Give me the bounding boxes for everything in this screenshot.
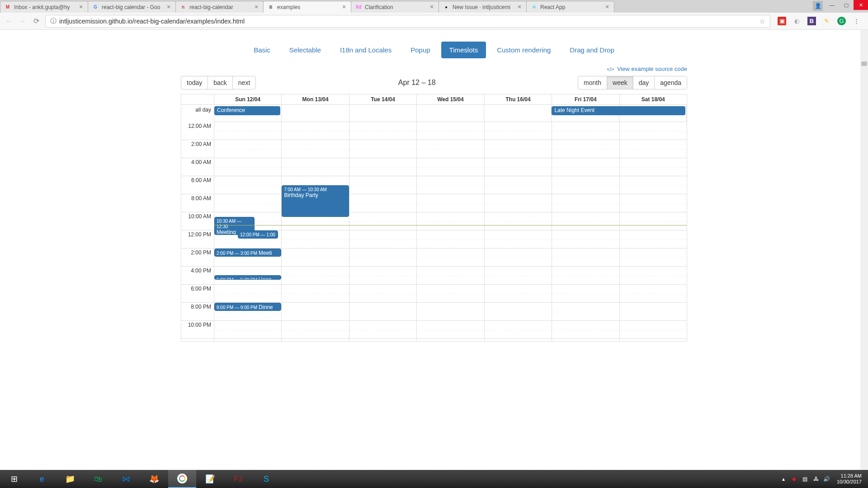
browser-tab[interactable]: nreact-big-calendar× bbox=[175, 1, 264, 13]
day-header: Fri 17/04 bbox=[552, 94, 619, 105]
taskbar-app-button[interactable]: Fz bbox=[224, 470, 252, 488]
chrome-menu-icon[interactable]: ⋮ bbox=[852, 17, 861, 25]
tab-title: New Issue · intljusticemi bbox=[453, 4, 516, 10]
site-info-icon[interactable]: ⓘ bbox=[50, 17, 57, 25]
url-text: intljusticemission.github.io/react-big-c… bbox=[59, 18, 245, 25]
allday-cell[interactable] bbox=[417, 105, 484, 122]
chrome-user-icon[interactable]: 👤 bbox=[813, 1, 823, 11]
tab-close-icon[interactable]: × bbox=[516, 4, 523, 10]
browser-tab[interactable]: XdClarification× bbox=[351, 1, 439, 13]
extension-icon[interactable]: B bbox=[807, 17, 816, 25]
tray-volume-icon[interactable]: 🔊 bbox=[823, 475, 830, 483]
extension-icons: ▣ ◐ B ✎ G ⋮ bbox=[775, 17, 863, 25]
taskbar-app-button[interactable]: 📝 bbox=[196, 470, 224, 488]
time-slot-label: 4:00 PM bbox=[181, 267, 214, 285]
tray-icon[interactable]: ◆ bbox=[791, 475, 798, 483]
taskbar-app-button[interactable]: ⊞ bbox=[0, 470, 28, 488]
nav-pill-i18n-and-locales[interactable]: I18n and Locales bbox=[332, 42, 400, 58]
allday-event[interactable]: Conference bbox=[214, 106, 280, 115]
calendar-week-button[interactable]: week bbox=[607, 76, 633, 89]
tab-favicon: M bbox=[4, 4, 11, 11]
browser-tab[interactable]: ●New Issue · intljusticemi× bbox=[439, 1, 527, 13]
day-header: Wed 15/04 bbox=[417, 94, 484, 105]
time-slot-label: 12:00 PM bbox=[181, 230, 214, 249]
timed-event[interactable]: 2:00 PM — 3:00 PM Meeti bbox=[214, 249, 281, 257]
timed-event[interactable]: 12:00 PM — 1:00 bbox=[238, 230, 278, 239]
calendar-grid: Sun 12/04Mon 13/04Tue 14/04Wed 15/04Thu … bbox=[181, 94, 687, 342]
tab-close-icon[interactable]: × bbox=[429, 4, 435, 10]
view-source-link[interactable]: </> View example source code bbox=[607, 66, 687, 72]
browser-tab[interactable]: ⚛React App× bbox=[526, 1, 614, 13]
timed-event[interactable]: 7:00 AM — 10:30 AMBirthday Party bbox=[282, 185, 349, 217]
time-grid: 12:00 AM2:00 AM4:00 AM6:00 AM8:00 AM10:0… bbox=[181, 122, 687, 341]
day-column[interactable]: 10:30 AM — 12:30Meeting12:00 PM — 1:002:… bbox=[214, 122, 282, 341]
taskbar-app-button[interactable] bbox=[168, 470, 196, 488]
day-column[interactable] bbox=[552, 122, 619, 341]
taskbar-app-button[interactable]: ⋈ bbox=[112, 470, 140, 488]
tab-close-icon[interactable]: × bbox=[78, 4, 84, 10]
reload-button[interactable]: ⟳ bbox=[32, 17, 41, 26]
day-column[interactable] bbox=[349, 122, 417, 341]
tab-close-icon[interactable]: × bbox=[604, 4, 610, 10]
maximize-button[interactable]: ▢ bbox=[839, 0, 854, 10]
extension-icon[interactable]: G bbox=[837, 17, 846, 25]
day-column[interactable] bbox=[620, 122, 687, 341]
calendar-nav-buttons: todaybacknext bbox=[181, 76, 256, 89]
current-time-indicator bbox=[214, 225, 687, 225]
calendar-today-button[interactable]: today bbox=[181, 76, 208, 89]
calendar-month-button[interactable]: month bbox=[578, 76, 607, 89]
browser-tab[interactable]: 🗎examples× bbox=[263, 1, 351, 13]
close-window-button[interactable]: ✕ bbox=[854, 0, 868, 10]
scrollbar[interactable] bbox=[860, 30, 868, 470]
forward-button[interactable]: → bbox=[18, 17, 27, 26]
back-button[interactable]: ← bbox=[5, 17, 14, 26]
nav-pill-popup[interactable]: Popup bbox=[402, 42, 438, 58]
time-slot-label: 10:00 AM bbox=[181, 212, 214, 230]
browser-tab[interactable]: Greact-big calendar - Goo× bbox=[88, 1, 176, 13]
taskbar-clock[interactable]: 11:28 AM 10/30/2017 bbox=[834, 473, 864, 485]
day-column[interactable]: 7:00 AM — 10:30 AMBirthday Party bbox=[282, 122, 349, 341]
tab-title: examples bbox=[277, 4, 341, 10]
browser-tab[interactable]: MInbox - ankit.gupta@hy× bbox=[0, 1, 88, 13]
allday-cell[interactable] bbox=[484, 105, 552, 122]
url-input[interactable]: ⓘ intljusticemission.github.io/react-big… bbox=[45, 15, 770, 28]
extension-icon[interactable]: ◐ bbox=[793, 17, 801, 25]
nav-pill-custom-rendering[interactable]: Custom rendering bbox=[489, 42, 559, 58]
extension-icon[interactable]: ✎ bbox=[822, 17, 831, 25]
taskbar-app-button[interactable]: 🛍 bbox=[84, 470, 112, 488]
allday-cell[interactable] bbox=[349, 105, 417, 122]
calendar-agenda-button[interactable]: agenda bbox=[654, 76, 687, 89]
calendar-next-button[interactable]: next bbox=[232, 76, 256, 89]
extension-icon[interactable]: ▣ bbox=[778, 17, 786, 25]
nav-pill-drag-and-drop[interactable]: Drag and Drop bbox=[561, 42, 622, 58]
nav-pill-selectable[interactable]: Selectable bbox=[281, 42, 329, 58]
tray-chevron-icon[interactable]: ▴ bbox=[780, 475, 787, 483]
allday-cells[interactable]: ConferenceLate Night Event bbox=[214, 105, 687, 122]
minimize-button[interactable]: — bbox=[825, 0, 839, 10]
calendar-day-button[interactable]: day bbox=[633, 76, 655, 89]
day-header: Tue 14/04 bbox=[349, 94, 417, 105]
day-column[interactable] bbox=[485, 122, 552, 341]
tab-close-icon[interactable]: × bbox=[165, 4, 172, 10]
calendar-back-button[interactable]: back bbox=[208, 76, 233, 89]
taskbar-app-button[interactable]: S bbox=[252, 470, 280, 488]
tab-close-icon[interactable]: × bbox=[253, 4, 259, 10]
tray-network-icon[interactable]: 🖧 bbox=[812, 475, 820, 483]
timed-event[interactable]: 8:00 PM — 9:00 PM Dinne bbox=[214, 303, 281, 311]
tab-close-icon[interactable]: × bbox=[341, 4, 347, 10]
day-column[interactable] bbox=[417, 122, 484, 341]
tray-icon[interactable]: ▤ bbox=[802, 475, 809, 483]
day-columns: 10:30 AM — 12:30Meeting12:00 PM — 1:002:… bbox=[214, 122, 687, 341]
day-header: Sat 18/04 bbox=[620, 94, 687, 105]
taskbar-app-button[interactable]: e bbox=[28, 470, 56, 488]
bookmark-star-icon[interactable]: ☆ bbox=[760, 18, 765, 25]
system-tray: ▴ ◆ ▤ 🖧 🔊 11:28 AM 10/30/2017 bbox=[780, 470, 864, 488]
allday-cell[interactable] bbox=[282, 105, 349, 122]
timed-event[interactable]: 5:00 PM — 5:30 PM Happ bbox=[214, 275, 281, 280]
taskbar-app-button[interactable]: 🦊 bbox=[140, 470, 168, 488]
allday-event[interactable]: Late Night Event bbox=[552, 106, 685, 115]
nav-pill-timeslots[interactable]: Timeslots bbox=[441, 42, 486, 58]
nav-pill-basic[interactable]: Basic bbox=[245, 42, 278, 58]
taskbar-app-button[interactable]: 📁 bbox=[56, 470, 84, 488]
scrollbar-thumb[interactable] bbox=[861, 61, 867, 66]
